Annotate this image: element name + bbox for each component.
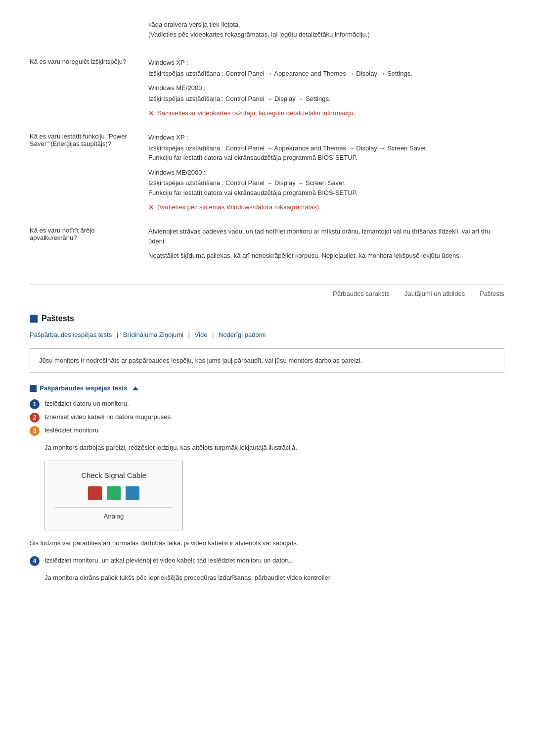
sub-nav-warnings[interactable]: Brīdinājuma Ziņojumi (123, 331, 183, 338)
caption-text: Šis lodziņš var parādīties arī normālas … (30, 538, 504, 548)
section-title: Paštests (42, 314, 74, 323)
step-num-1: 1 (30, 399, 40, 409)
step-text-1: Izslēdziet datoru un monitoru. (44, 399, 129, 409)
step-text-4: Izslēdziet monitoru, un atkal pievienoji… (44, 556, 293, 566)
faq-question-powersaver: Kā es varu iestatīt funkciju "Power Save… (30, 128, 148, 222)
faq-row-powersaver: Kā es varu iestatīt funkciju "Power Save… (30, 128, 504, 222)
step-list: 1 Izslēdziet datoru un monitoru. 2 Izņem… (30, 399, 504, 436)
faq-question-clean: Kā es varu notīrīt ārējo apvalku/ekrānu? (30, 222, 148, 275)
step-num-3: 3 (30, 426, 40, 436)
note-icon-1: ✕ (148, 108, 154, 119)
faq-row-resolution: Kā es varu noregulēt izšķirtspēju? Windo… (30, 53, 504, 128)
selftest-label: Pašpārbaudes iespējas tests (40, 384, 128, 392)
faq-winme-text-1: Izšķirtspējas uzstādīšana : Control Pane… (148, 95, 331, 102)
faq-winxp-heading-2: Windows XP : (148, 133, 496, 142)
info-text: Jūsu monitors ir nodrošināts ar pašpārba… (39, 357, 362, 364)
dot-blue (126, 486, 139, 500)
nav-bar: Pārbaudes saraksts Jautājumi un atbildes… (30, 284, 504, 302)
faq-section: kāda draivera versija tiek lietota. (Vad… (30, 15, 504, 275)
faq-winxp-heading-1: Windows XP : (148, 58, 496, 68)
step-3: 3 Ieslēdziet monitoru (30, 425, 504, 436)
step-4: 4 Izslēdziet monitoru, un atkal pievieno… (30, 556, 504, 566)
faq-note-link-2[interactable]: (Vadieties pēc sistēmas Windows/datora r… (157, 202, 321, 212)
nav-jautajumi[interactable]: Jautājumi un atbildes (404, 290, 465, 297)
step-text-3: Ieslēdziet monitoru (44, 425, 98, 435)
step-text-2: Izņemiet video kabeli no datora mugurpus… (44, 412, 173, 422)
faq-row-driver: kāda draivera versija tiek lietota. (Vad… (30, 15, 504, 53)
faq-question-driver (30, 15, 148, 53)
pastests-section: Paštests Pašpārbaudes iespējas tests | B… (30, 314, 504, 583)
faq-question-resolution: Kā es varu noregulēt izšķirtspēju? (30, 53, 148, 128)
sub-nav-tips[interactable]: Noderīgi padomi (219, 331, 266, 338)
driver-text: kāda draivera versija tiek lietota. (Vad… (148, 21, 370, 38)
faq-clean-text-1: Atvienojiet strāvas padeves vadu, un tad… (148, 228, 490, 245)
faq-winme-heading-2: Windows ME/2000 : (148, 168, 496, 178)
step4-sub-text: Ja monitora ekrāns paliek tukšs pēc iepr… (30, 573, 504, 583)
section-header: Paštests (30, 314, 504, 323)
dot-green (107, 486, 121, 500)
signal-title: Check Signal Cable (55, 471, 173, 479)
sub-nav: Pašpārbaudes iespējas tests | Brīdinājum… (30, 331, 504, 338)
faq-winme-heading-1: Windows ME/2000 : (148, 83, 496, 93)
nav-pastests[interactable]: Paštests (480, 290, 504, 297)
faq-row-clean: Kā es varu notīrīt ārējo apvalku/ekrānu?… (30, 222, 504, 275)
faq-winxp-text-1: Izšķirtspējas uzstādīšana : Control Pane… (148, 70, 412, 77)
step-1: 1 Izslēdziet datoru un monitoru. (30, 399, 504, 409)
info-box: Jūsu monitors ir nodrošināts ar pašpārba… (30, 348, 504, 373)
faq-note-link-1[interactable]: Sazinieties ar videokartes ražotāju, lai… (157, 108, 355, 118)
sub-nav-selftest[interactable]: Pašpārbaudes iespējas tests (30, 331, 112, 338)
sub-nav-sep-1: | (117, 331, 120, 338)
nav-parbaudes[interactable]: Pārbaudes saraksts (333, 290, 390, 297)
step-4-list: 4 Izslēdziet monitoru, un atkal pievieno… (30, 556, 504, 566)
sub-nav-sep-3: | (212, 331, 216, 338)
step-num-4: 4 (30, 556, 40, 566)
faq-answer-clean: Atvienojiet strāvas padeves vadu, un tad… (148, 222, 504, 275)
step-num-2: 2 (30, 413, 40, 423)
faq-answer-powersaver: Windows XP : Izšķirtspējas uzstādīšana :… (148, 128, 504, 222)
selftest-header: Pašpārbaudes iespējas tests (30, 384, 504, 392)
signal-label: Analog (55, 507, 173, 520)
sub-nav-vide[interactable]: Vide (195, 331, 208, 338)
triangle-icon (133, 386, 138, 390)
sub-nav-sep-2: | (188, 331, 192, 338)
note-icon-2: ✕ (148, 202, 154, 213)
signal-box: Check Signal Cable Analog (44, 461, 183, 530)
step-2: 2 Izņemiet video kabeli no datora mugurp… (30, 412, 504, 423)
faq-table: kāda draivera versija tiek lietota. (Vad… (30, 15, 504, 275)
dot-red (88, 486, 102, 500)
faq-clean-text-2: Neatstājiet šķīduma paliekas, kā arī nen… (148, 252, 461, 259)
faq-answer-driver: kāda draivera versija tiek lietota. (Vad… (148, 15, 504, 53)
faq-winme-text-2: Izšķirtspējas uzstādīšana : Control Pane… (148, 179, 357, 196)
selftest-icon (30, 385, 37, 392)
signal-dots (55, 486, 173, 500)
section-icon (30, 315, 38, 323)
faq-answer-resolution: Windows XP : Izšķirtspējas uzstādīšana :… (148, 53, 504, 128)
faq-winxp-text-2: Izšķirtspējas uzstādīšana : Control Pane… (148, 144, 428, 162)
step3-sub-text: Ja monitors darbojas pareizi, redzēsiet … (30, 443, 504, 453)
